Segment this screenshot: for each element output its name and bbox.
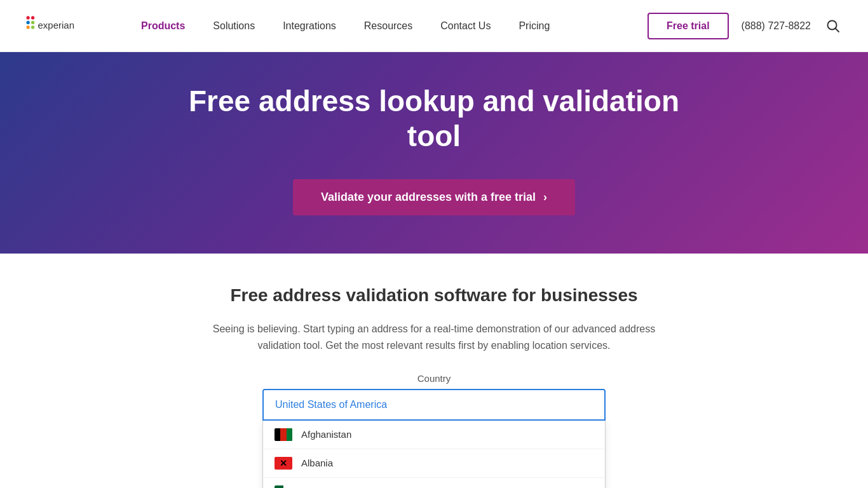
country-name-albania: Albania [301, 458, 333, 468]
list-item[interactable]: Algeria [263, 478, 605, 488]
main-content: Free address validation software for bus… [0, 254, 868, 488]
svg-text:experian: experian [38, 19, 75, 30]
svg-rect-5 [31, 25, 34, 29]
country-input[interactable] [262, 389, 606, 421]
nav-item-contact-us[interactable]: Contact Us [426, 0, 505, 52]
logo-image: experian [25, 13, 102, 39]
header-actions: Free trial (888) 727-8822 [648, 13, 843, 39]
main-nav: Products Solutions Integrations Resource… [127, 0, 648, 52]
cta-arrow-icon: › [543, 191, 547, 204]
search-button[interactable] [824, 17, 843, 36]
search-icon [826, 19, 840, 33]
nav-item-pricing[interactable]: Pricing [505, 0, 564, 52]
flag-icon-algeria [275, 485, 292, 488]
free-trial-button[interactable]: Free trial [648, 13, 729, 39]
country-dropdown: Afghanistan Albania Algeria American Sam… [262, 421, 606, 488]
hero-title: Free address lookup and validation tool [180, 84, 688, 154]
header: experian Products Solutions Integrations… [0, 0, 868, 52]
nav-item-integrations[interactable]: Integrations [269, 0, 350, 52]
hero-cta-label: Validate your addresses with a free tria… [321, 191, 536, 204]
flag-icon-afghanistan [275, 428, 292, 441]
nav-item-products[interactable]: Products [127, 0, 199, 52]
svg-rect-1 [31, 16, 34, 19]
country-name-afghanistan: Afghanistan [301, 429, 351, 440]
svg-rect-3 [31, 20, 34, 24]
svg-rect-2 [27, 20, 30, 24]
hero-section: Free address lookup and validation tool … [0, 52, 868, 254]
nav-item-resources[interactable]: Resources [350, 0, 426, 52]
phone-number: (888) 727-8822 [742, 20, 811, 32]
section-title: Free address validation software for bus… [230, 285, 637, 306]
section-description: Seeing is believing. Start typing an add… [193, 321, 675, 353]
list-item[interactable]: Afghanistan [263, 421, 605, 449]
logo-link[interactable]: experian [25, 13, 102, 39]
hero-cta-button[interactable]: Validate your addresses with a free tria… [293, 179, 575, 215]
flag-icon-albania [275, 457, 292, 470]
country-select-wrapper: Afghanistan Albania Algeria American Sam… [262, 389, 606, 488]
svg-line-8 [836, 28, 839, 32]
list-item[interactable]: Albania [263, 449, 605, 478]
nav-item-solutions[interactable]: Solutions [199, 0, 269, 52]
country-label: Country [262, 373, 606, 384]
svg-rect-0 [27, 16, 30, 19]
svg-rect-4 [27, 25, 30, 29]
